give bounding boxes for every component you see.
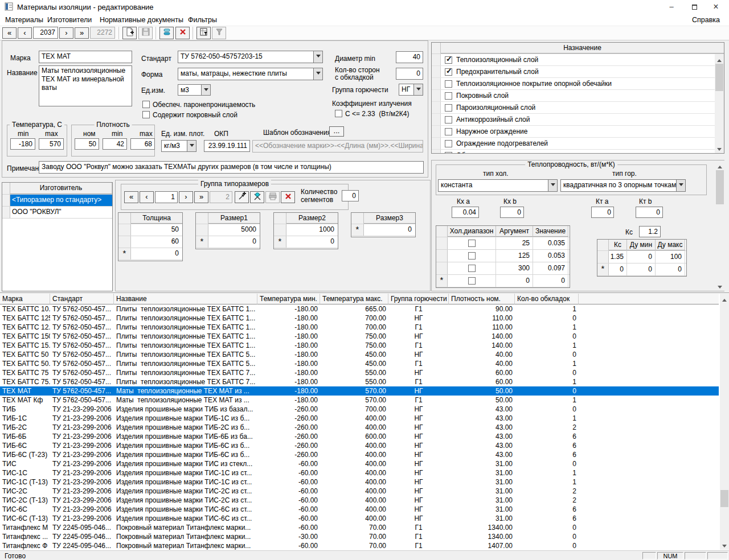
table-row[interactable]: ТИСТУ 21-23-299-2006Изделия прошивные ма… xyxy=(0,459,719,468)
plotnost-min-input[interactable]: 42 xyxy=(103,138,127,150)
column-header-8[interactable]: Кол-во обкладок xyxy=(515,294,579,304)
naznachenie-item[interactable]: Пароизоляционный слой xyxy=(432,102,715,114)
diametr-min-input[interactable]: 40 xyxy=(396,51,423,63)
table-row[interactable]: ТЕХ БАТТС 150ТУ 5762-050-457...Плиты теп… xyxy=(0,332,719,341)
table-row[interactable]: ТИБ-6БТУ 21-23-299-2006Изделия прошивные… xyxy=(0,432,719,441)
grid-row[interactable]: 3000.097 xyxy=(436,262,570,275)
izgotovitel-row[interactable]: ООО "РОКВУЛ" xyxy=(2,207,112,219)
column-header-1[interactable]: Марка xyxy=(0,294,50,304)
table-row[interactable]: Титанфлекс МТУ 2245-095-046...Покровный … xyxy=(0,523,719,532)
close-button[interactable]: × xyxy=(706,0,726,14)
ks-input[interactable]: 1.2 xyxy=(639,226,661,237)
checkbox[interactable] xyxy=(445,140,452,147)
column-header-7[interactable]: Плотность ном. xyxy=(449,294,515,304)
scroll-down-icon[interactable] xyxy=(715,144,724,153)
column-header-6[interactable]: Группа горючести xyxy=(388,294,449,304)
table-row[interactable]: ТЕХ БАТТС 12...ТУ 5762-050-457...Плиты т… xyxy=(0,323,719,332)
record-number-input[interactable]: 2037 xyxy=(33,27,58,39)
grid-row[interactable]: 1250.053 xyxy=(436,250,570,262)
chevron-down-icon[interactable] xyxy=(676,179,686,192)
row-selector[interactable] xyxy=(118,224,131,236)
grid-new-row[interactable]: *0 xyxy=(351,224,415,236)
tip-hol-combo[interactable]: константа xyxy=(438,179,558,192)
chevron-down-icon[interactable] xyxy=(313,68,323,80)
tip-gor-combo[interactable]: квадратичная по 3 опорным точкам xyxy=(560,179,686,192)
table-row[interactable]: ТЕХ БАТТС 75ТУ 5762-050-457...Плиты тепл… xyxy=(0,368,719,377)
row-selector[interactable] xyxy=(118,236,131,248)
clear-filter-button[interactable] xyxy=(212,27,226,39)
row-selector[interactable] xyxy=(436,250,448,262)
maximize-button[interactable] xyxy=(685,0,704,14)
checkbox[interactable] xyxy=(468,265,476,272)
chevron-down-icon[interactable] xyxy=(313,51,323,63)
checkbox[interactable] xyxy=(445,80,452,88)
table-row[interactable]: ТЕХ БАТТС 10...ТУ 5762-050-457...Плиты т… xyxy=(0,304,719,314)
table-row[interactable]: ТЕХ МАТ КфТУ 5762-050-457...Маты теплоиз… xyxy=(0,396,719,405)
table-row[interactable]: Титанфлекс ФТУ 2245-095-046...Покровный … xyxy=(0,541,719,550)
naznachenie-item[interactable]: Предохранительный слой xyxy=(432,66,715,78)
scroll-up-icon[interactable] xyxy=(720,294,729,303)
kt-b-input[interactable]: 0 xyxy=(636,207,663,218)
tiporazmery-first-button[interactable]: « xyxy=(124,191,138,203)
grid-row[interactable]: 1000 xyxy=(274,224,338,236)
grid-new-row[interactable]: *000 xyxy=(597,263,686,276)
print-sizes-button[interactable] xyxy=(265,191,280,203)
grid-row[interactable]: 5000 xyxy=(196,224,260,236)
plotnost-nom-input[interactable]: 50 xyxy=(75,138,99,150)
table-row[interactable]: ТИБ-2СТУ 21-23-299-2006Изделия прошивные… xyxy=(0,423,719,432)
koeff-checkbox[interactable] xyxy=(335,110,342,117)
scroll-down-icon[interactable] xyxy=(715,282,724,291)
pokrovny-checkbox[interactable] xyxy=(142,111,150,118)
kol-storon-input[interactable]: 0 xyxy=(396,68,423,80)
delete-size-button[interactable] xyxy=(281,191,295,203)
okp-input[interactable]: 23.99.19.111 xyxy=(204,140,250,152)
checkbox[interactable] xyxy=(445,68,452,76)
row-selector[interactable] xyxy=(436,237,448,249)
naznachenie-item[interactable]: Антикоррозийный слой xyxy=(432,114,715,126)
table-row[interactable]: Титанфлекс ...ТУ 2245-095-046...Покровны… xyxy=(0,532,719,541)
first-record-button[interactable]: « xyxy=(2,27,17,39)
row-selector[interactable] xyxy=(274,224,286,236)
naznachenie-item[interactable]: Теплоизоляционный слой xyxy=(432,54,715,66)
ed-izm-combo[interactable]: м3 xyxy=(178,84,211,96)
standart-combo[interactable]: ТУ 5762-050-45757203-15 xyxy=(178,51,323,63)
table-row[interactable]: ТИБТУ 21-23-299-2006Изделия прошивные ма… xyxy=(0,405,719,414)
chevron-down-icon[interactable] xyxy=(187,140,196,152)
marka-input[interactable]: ТЕХ МАТ xyxy=(39,51,132,63)
naznachenie-item[interactable]: Об xyxy=(432,150,715,154)
table-row[interactable]: ТЕХ БАТТС 15...ТУ 5762-050-457...Плиты т… xyxy=(0,341,719,350)
table-row[interactable]: ТИС-1СТУ 21-23-299-2006Изделия прошивные… xyxy=(0,468,719,477)
izgotovitel-row[interactable]: <Типоразмер по стандарту> xyxy=(2,195,112,207)
menu-izgotoviteli[interactable]: Изготовители xyxy=(47,15,92,24)
menu-normativnye-dokumenty[interactable]: Нормативные документы xyxy=(100,15,183,24)
last-record-button[interactable]: » xyxy=(75,27,89,39)
set-filter-button[interactable] xyxy=(196,27,211,39)
grid-row[interactable]: 250.035 xyxy=(436,237,570,250)
grid-row[interactable]: 60 xyxy=(118,236,182,248)
table-row[interactable]: ТЕХ МАТТУ 5762-050-457...Маты теплоизоля… xyxy=(0,386,719,396)
scrollbar-thumb[interactable] xyxy=(715,64,723,91)
grid-new-row[interactable]: *00 xyxy=(436,275,570,287)
table-row[interactable]: ТЕХ БАТТС 125ТУ 5762-050-457...Плиты теп… xyxy=(0,314,719,323)
table-scrollbar[interactable] xyxy=(720,294,729,550)
checkbox[interactable] xyxy=(445,128,452,135)
column-header-2[interactable]: Стандарт xyxy=(50,294,114,304)
scrollbar-thumb[interactable] xyxy=(720,490,728,507)
new-record-button[interactable] xyxy=(122,27,137,39)
checkbox[interactable] xyxy=(468,240,476,247)
paronepronic-checkbox[interactable] xyxy=(142,101,150,108)
table-row[interactable]: ТИБ-1СТУ 21-23-299-2006Изделия прошивные… xyxy=(0,414,719,423)
checkbox[interactable] xyxy=(445,116,452,123)
table-row[interactable]: ТИБ-6СТУ 21-23-299-2006Изделия прошивные… xyxy=(0,441,719,450)
forma-combo[interactable]: маты, матрацы, нежесткие плиты xyxy=(178,68,323,80)
grid-row[interactable]: 1.350100 xyxy=(597,251,686,263)
naznachenie-item[interactable]: Покровный слой xyxy=(432,90,715,102)
chevron-down-icon[interactable] xyxy=(413,84,423,96)
save-button[interactable] xyxy=(138,27,153,39)
add-size-group-button[interactable] xyxy=(250,191,264,203)
row-selector[interactable] xyxy=(597,251,609,263)
table-row[interactable]: ТЕХ БАТТС 50ТУ 5762-050-457...Плиты тепл… xyxy=(0,350,719,359)
table-row[interactable]: ТИБ-6С (Т-23)ТУ 21-23-299-2006Изделия пр… xyxy=(0,450,719,459)
naznachenie-item[interactable]: Наружное ограждение xyxy=(432,126,715,138)
naznachenie-item[interactable]: Теплоизоляционное покрытие опорной обеча… xyxy=(432,78,715,90)
